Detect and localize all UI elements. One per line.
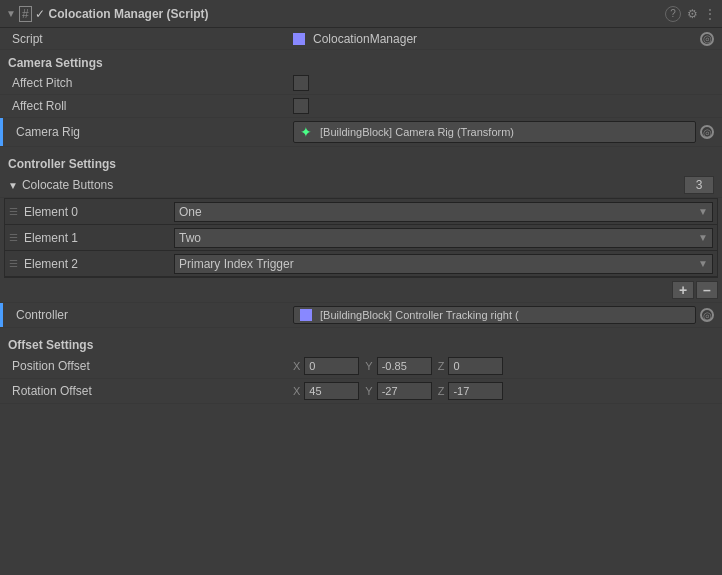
add-remove-row: + – bbox=[0, 278, 722, 303]
element-1-dropdown-icon: ▼ bbox=[698, 232, 708, 243]
affect-pitch-label: Affect Pitch bbox=[8, 76, 293, 90]
colocate-buttons-row: ▼ Colocate Buttons 3 bbox=[0, 173, 722, 198]
camera-rig-ref: ✦ [BuildingBlock] Camera Rig (Transform) bbox=[293, 121, 696, 143]
position-offset-row: Position Offset X Y Z bbox=[0, 354, 722, 379]
affect-roll-row: Affect Roll bbox=[0, 95, 722, 118]
position-x-input[interactable] bbox=[304, 357, 359, 375]
element-row-1: ☰ Element 1 Two ▼ bbox=[5, 225, 717, 251]
position-y-label: Y bbox=[365, 360, 372, 372]
position-z-input[interactable] bbox=[448, 357, 503, 375]
controller-settings-header: Controller Settings bbox=[0, 151, 722, 173]
affect-pitch-row: Affect Pitch bbox=[0, 72, 722, 95]
overflow-icon[interactable]: ⋮ bbox=[704, 7, 716, 21]
affect-roll-checkbox[interactable] bbox=[293, 98, 309, 114]
position-offset-value: X Y Z bbox=[293, 357, 714, 375]
rotation-x-label: X bbox=[293, 385, 300, 397]
elements-container: ☰ Element 0 One ▼ ☰ Element 1 Two ▼ ☰ El… bbox=[4, 198, 718, 278]
affect-pitch-checkbox[interactable] bbox=[293, 75, 309, 91]
controller-ref: [BuildingBlock] Controller Tracking righ… bbox=[293, 306, 696, 324]
drag-handle-2[interactable]: ☰ bbox=[9, 258, 18, 269]
element-0-select[interactable]: One ▼ bbox=[174, 202, 713, 222]
title-bar: ▼ # ✓ Colocation Manager (Script) ? ⚙ ⋮ bbox=[0, 0, 722, 28]
colocate-count: 3 bbox=[684, 176, 714, 194]
element-2-label: Element 2 bbox=[24, 257, 174, 271]
element-1-label: Element 1 bbox=[24, 231, 174, 245]
rotation-offset-row: Rotation Offset X Y Z bbox=[0, 379, 722, 404]
rotation-x-input[interactable] bbox=[304, 382, 359, 400]
script-value: ColocationManager bbox=[293, 32, 714, 46]
camera-rig-value-container: ✦ [BuildingBlock] Camera Rig (Transform) bbox=[293, 121, 714, 143]
element-row-0: ☰ Element 0 One ▼ bbox=[5, 199, 717, 225]
rotation-y-input[interactable] bbox=[377, 382, 432, 400]
rotation-offset-label: Rotation Offset bbox=[8, 384, 293, 398]
title-bar-right: ? ⚙ ⋮ bbox=[665, 6, 716, 22]
controller-target-icon[interactable] bbox=[700, 308, 714, 322]
window-title: Colocation Manager (Script) bbox=[49, 7, 661, 21]
script-row: Script ColocationManager bbox=[0, 28, 722, 50]
element-row-2: ☰ Element 2 Primary Index Trigger ▼ bbox=[5, 251, 717, 277]
settings-icon[interactable]: ⚙ bbox=[687, 7, 698, 21]
hash-icon: # bbox=[19, 6, 32, 22]
camera-rig-label: Camera Rig bbox=[8, 125, 293, 139]
element-0-dropdown-icon: ▼ bbox=[698, 206, 708, 217]
element-1-value: Two bbox=[179, 231, 201, 245]
drag-handle-1[interactable]: ☰ bbox=[9, 232, 18, 243]
controller-row: Controller [BuildingBlock] Controller Tr… bbox=[0, 303, 722, 328]
script-label: Script bbox=[8, 32, 293, 46]
offset-settings-header: Offset Settings bbox=[0, 332, 722, 354]
controller-value-container: [BuildingBlock] Controller Tracking righ… bbox=[293, 306, 714, 324]
script-target-icon[interactable] bbox=[700, 32, 714, 46]
rotation-y-label: Y bbox=[365, 385, 372, 397]
add-element-button[interactable]: + bbox=[672, 281, 694, 299]
controller-script-icon bbox=[300, 309, 312, 321]
position-z-label: Z bbox=[438, 360, 445, 372]
colocate-buttons-label: Colocate Buttons bbox=[22, 178, 684, 192]
element-1-select[interactable]: Two ▼ bbox=[174, 228, 713, 248]
controller-label: Controller bbox=[8, 308, 293, 322]
camera-rig-target-icon[interactable] bbox=[700, 125, 714, 139]
element-0-label: Element 0 bbox=[24, 205, 174, 219]
position-offset-xyz: X Y Z bbox=[293, 357, 503, 375]
affect-pitch-value bbox=[293, 75, 714, 91]
check-icon[interactable]: ✓ bbox=[35, 7, 45, 21]
camera-settings-header: Camera Settings bbox=[0, 50, 722, 72]
element-2-value: Primary Index Trigger bbox=[179, 257, 294, 271]
camera-rig-row: Camera Rig ✦ [BuildingBlock] Camera Rig … bbox=[0, 118, 722, 147]
rotation-z-label: Z bbox=[438, 385, 445, 397]
triangle-down-icon[interactable]: ▼ bbox=[6, 8, 16, 19]
transform-icon: ✦ bbox=[300, 124, 312, 140]
colocate-triangle-icon[interactable]: ▼ bbox=[8, 180, 18, 191]
rotation-offset-value: X Y Z bbox=[293, 382, 714, 400]
script-filename: ColocationManager bbox=[313, 32, 417, 46]
position-y-input[interactable] bbox=[377, 357, 432, 375]
script-file-ref: ColocationManager bbox=[293, 32, 417, 46]
remove-element-button[interactable]: – bbox=[696, 281, 718, 299]
rotation-offset-xyz: X Y Z bbox=[293, 382, 503, 400]
element-0-value: One bbox=[179, 205, 202, 219]
script-icon bbox=[293, 33, 305, 45]
affect-roll-label: Affect Roll bbox=[8, 99, 293, 113]
position-x-label: X bbox=[293, 360, 300, 372]
controller-text: [BuildingBlock] Controller Tracking righ… bbox=[320, 309, 519, 321]
element-2-select[interactable]: Primary Index Trigger ▼ bbox=[174, 254, 713, 274]
camera-rig-accent bbox=[0, 118, 3, 146]
help-icon[interactable]: ? bbox=[665, 6, 681, 22]
camera-rig-text: [BuildingBlock] Camera Rig (Transform) bbox=[320, 126, 514, 138]
controller-accent bbox=[0, 303, 3, 327]
position-offset-label: Position Offset bbox=[8, 359, 293, 373]
affect-roll-value bbox=[293, 98, 714, 114]
element-2-dropdown-icon: ▼ bbox=[698, 258, 708, 269]
title-bar-left-icons: ▼ # ✓ bbox=[6, 6, 45, 22]
drag-handle-0[interactable]: ☰ bbox=[9, 206, 18, 217]
rotation-z-input[interactable] bbox=[448, 382, 503, 400]
